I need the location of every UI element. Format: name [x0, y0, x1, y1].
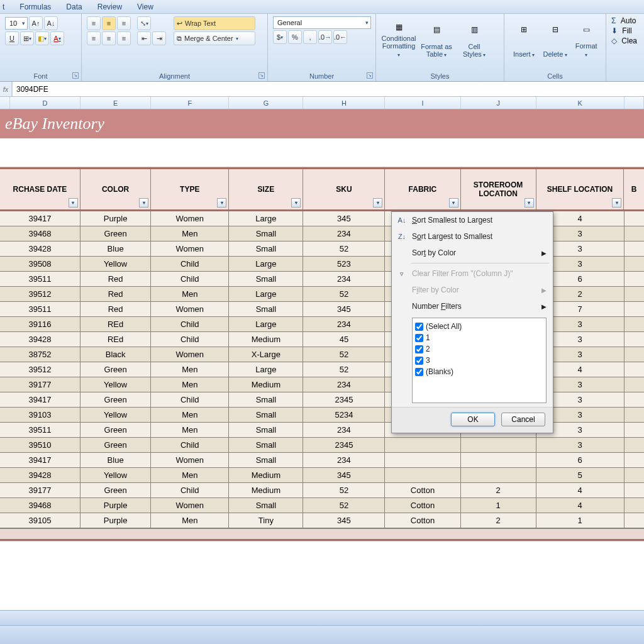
cell[interactable]: Medium [229, 377, 303, 392]
cell[interactable]: 234 [303, 423, 385, 438]
cell[interactable]: Women [151, 211, 229, 226]
cell[interactable]: Small [229, 498, 303, 513]
cell[interactable]: 52 [303, 498, 385, 513]
checkbox[interactable] [415, 357, 423, 365]
comma-button[interactable]: , [303, 30, 317, 44]
autosum-button[interactable]: Auto [621, 16, 636, 25]
cell[interactable]: 39417 [0, 453, 80, 468]
cell[interactable]: Tiny [229, 513, 303, 528]
cell[interactable]: Yellow [80, 468, 151, 483]
cell[interactable] [625, 272, 645, 287]
filter-icon[interactable]: ▾ [449, 198, 458, 208]
cell[interactable]: Cotton [385, 513, 460, 528]
cell[interactable]: 52 [303, 347, 385, 362]
table-row[interactable]: 39417BlueWomenSmall2346 [0, 453, 644, 468]
filter-value-list[interactable]: (Select All) 1 2 3 (Blanks) [412, 318, 547, 403]
cell[interactable]: 52 [303, 242, 385, 257]
checkbox[interactable] [415, 368, 423, 376]
cell[interactable]: Men [151, 408, 229, 423]
cell[interactable]: 52 [303, 287, 385, 302]
cell[interactable]: Medium [229, 468, 303, 483]
cell-styles-button[interactable]: ▥Cell Styles [457, 16, 492, 62]
cell[interactable]: Small [229, 408, 303, 423]
cell[interactable]: Men [151, 377, 229, 392]
cell[interactable]: REd [80, 317, 151, 332]
cell[interactable]: Women [151, 498, 229, 513]
cell[interactable]: 52 [303, 362, 385, 377]
menu-item-view[interactable]: View [137, 3, 153, 11]
align-bottom-button[interactable]: ≡ [117, 16, 131, 30]
ok-button[interactable]: OK [451, 413, 495, 426]
cell[interactable]: Black [80, 347, 151, 362]
cell[interactable]: Small [229, 392, 303, 408]
cell[interactable] [625, 362, 645, 377]
cancel-button[interactable]: Cancel [501, 413, 545, 426]
cell[interactable]: Blue [80, 453, 151, 468]
cell[interactable]: 39417 [0, 211, 80, 226]
cell[interactable]: Small [229, 272, 303, 287]
checkbox[interactable] [415, 345, 423, 353]
cell[interactable]: 39105 [0, 513, 80, 528]
align-top-button[interactable]: ≡ [87, 16, 101, 30]
cell[interactable] [625, 347, 645, 362]
autosum-icon[interactable]: Σ [611, 16, 616, 25]
filter-icon[interactable]: ▾ [69, 198, 78, 208]
cell[interactable]: 39508 [0, 257, 80, 272]
cell[interactable]: 45 [303, 332, 385, 347]
cell[interactable]: Medium [229, 332, 303, 347]
cell[interactable]: Men [151, 362, 229, 377]
cell[interactable]: 52 [303, 483, 385, 498]
align-middle-button[interactable]: ≡ [102, 16, 116, 30]
col-header-d[interactable]: D [10, 97, 80, 109]
cell[interactable] [385, 438, 460, 453]
fill-button[interactable]: Fill [622, 26, 631, 35]
cell[interactable]: Green [80, 483, 151, 498]
cell[interactable]: 234 [303, 226, 385, 242]
cell[interactable] [625, 332, 645, 347]
cell[interactable]: 39468 [0, 498, 80, 513]
cell[interactable]: 39510 [0, 438, 80, 453]
cell[interactable]: Large [229, 362, 303, 377]
worksheet[interactable]: eBay Inventory RCHASE DATE▾ COLOR▾ TYPE▾… [0, 109, 644, 644]
sort-by-color[interactable]: Sort by Color▶ [392, 245, 553, 261]
cell[interactable]: Large [229, 317, 303, 332]
cell[interactable]: Red [80, 287, 151, 302]
cell[interactable]: 39511 [0, 423, 80, 438]
format-as-table-button[interactable]: ▤Format as Table [419, 16, 454, 62]
cell[interactable]: Green [80, 392, 151, 408]
underline-button[interactable]: U [5, 31, 19, 45]
cell[interactable]: Purple [80, 211, 151, 226]
cell[interactable]: Child [151, 257, 229, 272]
sort-descending[interactable]: Z↓Sort Largest to Smallest [392, 228, 553, 245]
grow-font-button[interactable]: A↑ [29, 16, 43, 30]
cell[interactable]: 4 [536, 483, 625, 498]
cell[interactable]: 39177 [0, 483, 80, 498]
orientation-button[interactable]: ⤡ [137, 16, 151, 30]
cell[interactable]: Child [151, 392, 229, 408]
filter-icon[interactable]: ▾ [373, 198, 382, 208]
col-header[interactable] [625, 97, 644, 109]
decrease-indent-button[interactable]: ⇤ [137, 31, 151, 45]
cell[interactable]: Green [80, 438, 151, 453]
col-header-i[interactable]: I [385, 97, 460, 109]
cell[interactable]: Small [229, 302, 303, 317]
cell[interactable] [625, 226, 645, 242]
cell[interactable]: 1 [461, 498, 536, 513]
font-size-combo[interactable]: 10 [5, 17, 28, 30]
menu-item[interactable]: t [3, 3, 4, 11]
cell[interactable] [625, 257, 645, 272]
menu-item-formulas[interactable]: Formulas [19, 3, 51, 11]
cell[interactable]: Men [151, 513, 229, 528]
cell[interactable]: 39512 [0, 362, 80, 377]
cell[interactable]: Child [151, 483, 229, 498]
filter-check-item[interactable]: 2 [415, 343, 543, 355]
cell[interactable]: 6 [536, 453, 625, 468]
cell[interactable]: 234 [303, 272, 385, 287]
cell[interactable]: Small [229, 226, 303, 242]
delete-button[interactable]: ⊟Delete [541, 16, 570, 62]
cell[interactable]: Men [151, 226, 229, 242]
cell[interactable]: 39511 [0, 272, 80, 287]
insert-button[interactable]: ⊞Insert [509, 16, 538, 62]
menu-item-review[interactable]: Review [97, 3, 122, 11]
table-row[interactable]: 39510GreenChildSmall23453 [0, 438, 644, 453]
